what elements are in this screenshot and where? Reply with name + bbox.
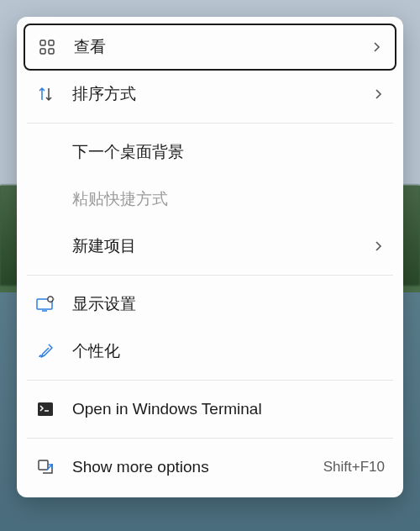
menu-item-new[interactable]: 新建项目 (24, 223, 396, 270)
accelerator-text: Shift+F10 (323, 459, 385, 476)
paintbrush-icon (35, 341, 55, 361)
svg-rect-1 (49, 40, 54, 45)
separator (27, 438, 393, 439)
svg-rect-6 (38, 402, 53, 416)
chevron-right-icon (370, 41, 383, 53)
menu-item-label: 查看 (74, 36, 370, 58)
more-options-icon (35, 457, 55, 477)
menu-item-label: 显示设置 (72, 293, 385, 315)
menu-item-label: 排序方式 (72, 83, 371, 105)
separator (27, 123, 393, 124)
context-menu: 查看 排序方式 下一个桌面背景 粘贴快捷方式 新建项目 (17, 17, 403, 497)
menu-item-next-background[interactable]: 下一个桌面背景 (24, 129, 396, 176)
svg-rect-3 (49, 49, 54, 54)
menu-item-paste-shortcut: 粘贴快捷方式 (24, 176, 396, 223)
grid-icon (37, 37, 57, 57)
svg-rect-2 (40, 49, 45, 54)
menu-item-label: 新建项目 (72, 235, 371, 257)
menu-item-label: 粘贴快捷方式 (72, 188, 385, 210)
svg-rect-0 (40, 40, 45, 45)
menu-item-label: 个性化 (72, 340, 385, 362)
menu-item-display-settings[interactable]: 显示设置 (24, 281, 396, 328)
blank-icon (35, 236, 55, 256)
sort-icon (35, 84, 55, 104)
menu-item-personalize[interactable]: 个性化 (24, 328, 396, 375)
chevron-right-icon (371, 240, 385, 252)
menu-item-more-options[interactable]: Show more options Shift+F10 (24, 444, 396, 491)
menu-item-label: Show more options (72, 458, 323, 476)
menu-item-label: 下一个桌面背景 (72, 141, 385, 163)
blank-icon (35, 189, 55, 209)
terminal-icon (35, 399, 55, 419)
menu-item-label: Open in Windows Terminal (72, 400, 385, 418)
menu-item-open-terminal[interactable]: Open in Windows Terminal (24, 386, 396, 433)
separator (27, 380, 393, 381)
display-settings-icon (35, 294, 55, 314)
svg-rect-7 (39, 460, 48, 470)
menu-item-view[interactable]: 查看 (24, 24, 396, 71)
separator (27, 275, 393, 276)
menu-item-sort[interactable]: 排序方式 (24, 71, 396, 118)
blank-icon (35, 142, 55, 162)
chevron-right-icon (371, 88, 385, 100)
